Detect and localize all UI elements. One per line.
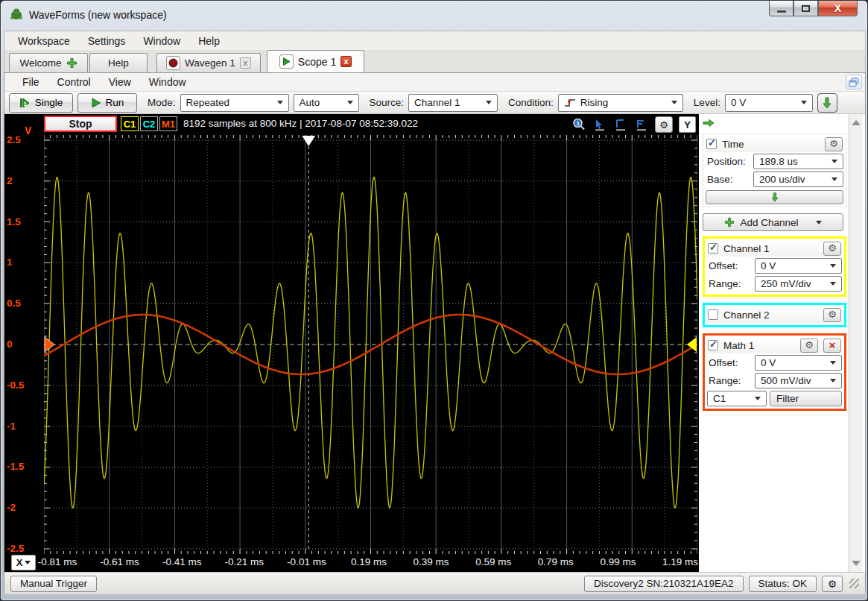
resize-grip[interactable] (849, 579, 859, 588)
position-label: Position: (706, 156, 753, 167)
channel2-settings-button[interactable]: ⚙ (823, 308, 841, 322)
tab-wavegen-close-icon[interactable]: x (240, 57, 251, 69)
math1-settings-button[interactable]: ⚙ (800, 339, 818, 353)
math1-offset-select[interactable]: 0 V (755, 355, 842, 371)
close-button[interactable]: X (818, 1, 858, 16)
trigger-level-apply-button[interactable] (817, 93, 837, 113)
scroll-up-icon[interactable] (852, 120, 861, 125)
base-label: Base: (706, 174, 753, 185)
source-label: Source: (370, 97, 405, 108)
time-expand-button[interactable] (706, 190, 843, 204)
mode-label: Mode: (148, 97, 176, 108)
x-axis-label: -0.21 ms (225, 556, 264, 567)
base-select[interactable]: 200 us/div (753, 172, 843, 187)
tab-help[interactable]: Help (89, 53, 148, 72)
base-value: 200 us/div (759, 174, 805, 185)
chevron-down-icon (830, 282, 836, 286)
gear-icon: ⚙ (659, 119, 668, 130)
channel1-offset-select[interactable]: 0 V (755, 258, 842, 274)
scope-plot[interactable] (44, 135, 697, 554)
scope-display[interactable]: Stop C1C2M1 8192 samples at 800 kHz | 20… (4, 114, 699, 572)
chevron-down-icon (755, 397, 761, 400)
trigger-mode-select[interactable]: Auto (294, 94, 359, 112)
mode-select[interactable]: Repeated (180, 94, 289, 112)
menu-item-help[interactable]: Help (189, 33, 229, 49)
add-channel-button[interactable]: Add Channel (703, 213, 843, 231)
scope-menu-item-window[interactable]: Window (140, 74, 195, 90)
x-axis-label: -0.61 ms (100, 556, 139, 567)
y-axis-label: -1.5 (7, 461, 24, 473)
single-icon: 1 (19, 98, 31, 108)
status-button[interactable]: Status: OK (749, 576, 817, 592)
title-bar[interactable]: WaveForms (new workspace) X (1, 1, 867, 29)
minimize-button[interactable] (769, 1, 793, 16)
menu-item-workspace[interactable]: Workspace (9, 33, 79, 49)
trigger-position-marker (302, 136, 315, 146)
scope-toolbar: 1 Single Run Mode: Repeated Auto Source:… (4, 92, 865, 114)
channel1-range-select[interactable]: 250 mV/div (755, 276, 842, 292)
run-label: Run (106, 97, 124, 108)
x-axis-row: X -0.81 ms-0.61 ms-0.41 ms-0.21 ms-0.01 … (4, 555, 699, 572)
x-axis-label: 0.19 ms (351, 556, 387, 567)
tab-welcome[interactable]: Welcome (9, 53, 88, 72)
channel1-settings-button[interactable]: ⚙ (823, 242, 841, 256)
plot-settings-button[interactable]: ⚙ (655, 116, 673, 133)
math1-delete-button[interactable]: × (823, 339, 841, 353)
source-select[interactable]: Channel 1 (408, 94, 498, 112)
zoom-icon[interactable]: 1 (571, 117, 586, 132)
level-select[interactable]: 0 V (725, 94, 813, 112)
math1-checkbox[interactable] (708, 340, 718, 350)
condition-select[interactable]: Rising (558, 94, 683, 112)
maximize-button[interactable] (793, 1, 818, 16)
channel1-checkbox[interactable] (708, 243, 718, 254)
horizontal-cursor-icon[interactable] (613, 117, 628, 132)
math1-range-select[interactable]: 500 mV/div (755, 373, 842, 388)
scope-window: FileControlViewWindow 1 Single Run Mode:… (4, 72, 866, 591)
channel1-offset-value: 0 V (761, 260, 776, 271)
stop-button[interactable]: Stop (44, 116, 117, 132)
manual-trigger-button[interactable]: Manual Trigger (10, 576, 97, 592)
menu-item-settings[interactable]: Settings (79, 33, 135, 49)
math1-filter-button[interactable]: Filter (770, 391, 842, 406)
device-settings-button[interactable]: ⚙ (822, 576, 843, 592)
scope-menu-item-file[interactable]: File (13, 74, 48, 90)
tab-scope[interactable]: Scope 1 x (267, 50, 364, 72)
condition-value: Rising (580, 97, 609, 108)
scope-menu-item-control[interactable]: Control (48, 74, 100, 90)
vertical-cursor-icon[interactable] (634, 117, 649, 132)
position-select[interactable]: 189.8 us (753, 154, 843, 169)
single-button[interactable]: 1 Single (9, 93, 73, 113)
run-button[interactable]: Run (77, 93, 137, 113)
dock-icon[interactable] (846, 75, 862, 89)
x-axis-button[interactable]: X (11, 555, 36, 570)
channel1-offset-label: Offset: (707, 260, 755, 271)
collapse-panel-icon[interactable] (703, 119, 846, 129)
math1-offset-value: 0 V (761, 357, 776, 368)
menu-item-window[interactable]: Window (134, 33, 189, 49)
math1-source-select[interactable]: C1 (707, 391, 767, 406)
math1-range-label: Range: (707, 375, 755, 386)
gear-icon: ⚙ (828, 242, 837, 254)
scope-menu-item-view[interactable]: View (100, 74, 140, 90)
channel1-group: Channel 1 ⚙ Offset: 0 V Range: 250 mV/di… (703, 236, 846, 297)
math1-group: Math 1 ⚙ × Offset: 0 V Range: 500 mV/div (703, 333, 846, 411)
gear-icon: ⚙ (828, 578, 837, 590)
badge-c1[interactable]: C1 (121, 116, 139, 131)
channel1-label: Channel 1 (723, 243, 818, 254)
delete-x-icon: × (829, 339, 836, 351)
time-settings-button[interactable]: ⚙ (825, 137, 843, 151)
panel-scrollbar[interactable] (849, 114, 863, 572)
mode-value: Repeated (186, 97, 230, 108)
pointer-cursor-icon[interactable] (592, 117, 607, 132)
tab-wavegen[interactable]: Wavegen 1 x (156, 53, 261, 72)
x-axis-label: 1.19 ms (662, 556, 698, 567)
channel2-checkbox[interactable] (708, 309, 718, 320)
x-axis-button-label: X (16, 557, 23, 568)
y-axis-button[interactable]: Y (679, 116, 696, 133)
tab-scope-close-icon[interactable]: x (340, 56, 352, 67)
time-checkbox[interactable] (706, 139, 717, 149)
badge-c2[interactable]: C2 (140, 116, 158, 131)
scroll-down-icon[interactable] (852, 561, 861, 566)
badge-m1[interactable]: M1 (159, 116, 177, 131)
device-button[interactable]: Discovery2 SN:210321A19EA2 (584, 576, 744, 592)
